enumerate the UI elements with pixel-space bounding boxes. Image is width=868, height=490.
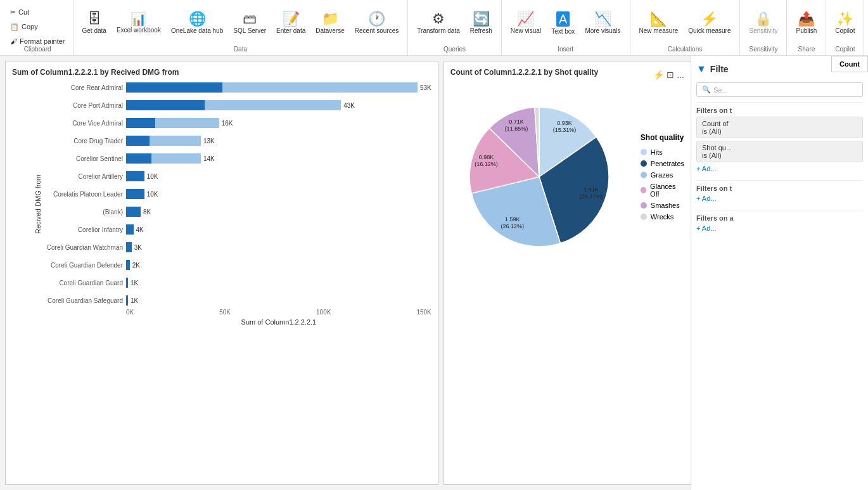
bar-value: 53K <box>420 84 431 91</box>
legend-item-2[interactable]: Grazes <box>641 171 684 179</box>
pie-label-value-2: 1.59K <box>505 216 520 222</box>
copilot-icon: ✨ <box>836 12 853 26</box>
sensitivity-button[interactable]: 🔒 Sensitivity <box>745 1 781 46</box>
bar-row[interactable]: Coreli Guardian Watchman3K <box>126 242 431 253</box>
legend-label-2: Grazes <box>651 171 673 179</box>
bar-label: Coreli Guardian Watchman <box>25 244 123 251</box>
data-section: 🗄 Get data 📊 Excel workbook 🌐 OneLake da… <box>73 0 409 55</box>
bar-row[interactable]: Coreli Guardian Defender2K <box>126 259 431 271</box>
bar-row[interactable]: Corelior Artillery10K <box>126 171 431 182</box>
bar-fill-dark <box>126 153 151 164</box>
legend-item-0[interactable]: Hits <box>641 148 684 156</box>
transform-data-button[interactable]: ⚙ Transform data <box>413 1 463 46</box>
bar-value: 10K <box>147 191 158 198</box>
quick-measure-button[interactable]: ⚡ Quick measure <box>684 1 734 46</box>
new-visual-button[interactable]: 📈 New visual <box>507 1 545 46</box>
bar-row[interactable]: Coreli Guardian Guard1K <box>126 277 431 288</box>
bar-value: 16K <box>222 120 233 127</box>
bar-bg: 14K <box>126 153 215 164</box>
legend-dot-3 <box>641 187 646 193</box>
sql-server-button[interactable]: 🗃 SQL Server <box>229 1 270 46</box>
bar-row[interactable]: Corelior Sentinel14K <box>126 153 431 164</box>
bar-row[interactable]: Core Rear Admiral53K <box>126 82 431 93</box>
copy-button[interactable]: 📋 Copy <box>8 20 68 34</box>
dataverse-icon: 📁 <box>322 12 339 26</box>
filter-add-btn-3[interactable]: + Ad... <box>696 222 863 235</box>
expand-icon[interactable]: ⊡ <box>667 70 674 80</box>
more-options-icon[interactable]: ... <box>677 70 684 80</box>
legend-label-5: Wrecks <box>651 213 673 221</box>
bar-row[interactable]: Coreli Guardian Safeguard1K <box>126 295 431 306</box>
legend-item-4[interactable]: Smashes <box>641 202 684 209</box>
pie-label-value-4: 0.71K <box>509 119 524 125</box>
bar-bg: 8K <box>126 207 151 217</box>
bar-row[interactable]: Core Vice Admiral16K <box>126 117 431 129</box>
bar-value: 2K <box>132 262 140 269</box>
filter-icon[interactable]: ⚡ <box>653 70 664 80</box>
transform-icon: ⚙ <box>432 12 445 26</box>
bar-fill-dark <box>126 207 141 217</box>
bar-bg: 53K <box>126 82 431 93</box>
bar-fill-dark <box>126 171 144 181</box>
bar-row[interactable]: Corelatis Platoon Leader10K <box>126 188 431 200</box>
bar-row[interactable]: Core Port Admiral43K <box>126 100 431 111</box>
text-box-button[interactable]: A Text box <box>547 1 578 46</box>
bar-row[interactable]: Core Drug Trader13K <box>126 135 431 146</box>
pie-chart-header: Count of Column1.2.2.2.1 by Shot quality… <box>450 68 684 82</box>
bar-fill-light <box>150 136 201 146</box>
search-icon: 🔍 <box>702 86 711 94</box>
bar-fill-dark <box>126 189 144 199</box>
bar-fill-light <box>205 100 341 110</box>
bar-row[interactable]: (Blank)8K <box>126 206 431 217</box>
filter-item-shot-quality[interactable]: Shot qu...is (All) <box>696 141 863 162</box>
legend-item-1[interactable]: Penetrates <box>641 160 684 167</box>
legend-label-4: Smashes <box>651 202 680 209</box>
filter-section-2: Filters on t + Ad... <box>696 180 863 205</box>
pie-label-value-1: 1.81K <box>584 186 599 193</box>
enter-data-button[interactable]: 📝 Enter data <box>272 1 309 46</box>
x-axis-label: Sum of Column1.2.2.2.1 <box>126 318 431 326</box>
filter-section-title-1: Filters on t <box>696 102 863 114</box>
pie-chart-container[interactable]: Count of Column1.2.2.2.1 by Shot quality… <box>444 61 691 485</box>
legend-dot-5 <box>641 214 647 220</box>
filter-section-title-3: Filters on a <box>696 210 863 222</box>
bar-value: 13K <box>203 138 215 145</box>
bar-fill-light <box>155 118 219 128</box>
filter-add-btn-2[interactable]: + Ad... <box>696 192 863 205</box>
pie-label-pct-0: (15.31%) <box>553 127 577 133</box>
refresh-button[interactable]: 🔄 Refresh <box>466 1 496 46</box>
legend-item-5[interactable]: Wrecks <box>641 213 684 221</box>
bar-fill-dark <box>126 118 155 128</box>
publish-button[interactable]: 📤 Publish <box>792 1 820 46</box>
refresh-icon: 🔄 <box>473 12 490 26</box>
count-label: Count <box>839 60 860 68</box>
get-data-button[interactable]: 🗄 Get data <box>79 1 110 46</box>
dataverse-button[interactable]: 📁 Dataverse <box>312 1 348 46</box>
legend-item-3[interactable]: Glances Off <box>641 183 684 198</box>
more-visuals-button[interactable]: 📉 More visuals <box>581 1 624 46</box>
recent-sources-button[interactable]: 🕐 Recent sources <box>351 1 402 46</box>
legend-title: Shot quality <box>641 133 684 142</box>
bar-value: 10K <box>147 173 158 180</box>
bar-value: 43K <box>343 102 355 109</box>
copilot-button[interactable]: ✨ Copilot <box>831 1 858 46</box>
bar-value: 14K <box>203 155 215 162</box>
search-placeholder: Se... <box>713 86 728 94</box>
bar-row[interactable]: Corelior Infantry4K <box>126 224 431 235</box>
cut-button[interactable]: ✂ Cut <box>8 5 68 19</box>
copilot-section: ✨ Copilot Copilot <box>826 0 864 55</box>
bar-value: 1K <box>131 280 138 287</box>
bar-bg: 4K <box>126 224 144 235</box>
excel-workbook-button[interactable]: 📊 Excel workbook <box>113 1 165 46</box>
filter-search-box[interactable]: 🔍 Se... <box>696 82 863 97</box>
filter-item-count[interactable]: Count ofis (All) <box>696 117 863 138</box>
enter-data-icon: 📝 <box>283 12 300 26</box>
bar-chart-container[interactable]: Sum of Column1.2.2.2.1 by Recived DMG fr… <box>5 61 438 485</box>
onelake-button[interactable]: 🌐 OneLake data hub <box>167 1 227 46</box>
calculations-section: 📐 New measure ⚡ Quick measure Calculatio… <box>630 0 741 55</box>
bar-bg: 16K <box>126 118 233 128</box>
sensitivity-section: 🔒 Sensitivity Sensitivity <box>740 0 787 55</box>
filter-add-btn-1[interactable]: + Ad... <box>696 162 863 175</box>
new-measure-button[interactable]: 📐 New measure <box>635 1 682 46</box>
bar-value: 8K <box>143 209 151 216</box>
